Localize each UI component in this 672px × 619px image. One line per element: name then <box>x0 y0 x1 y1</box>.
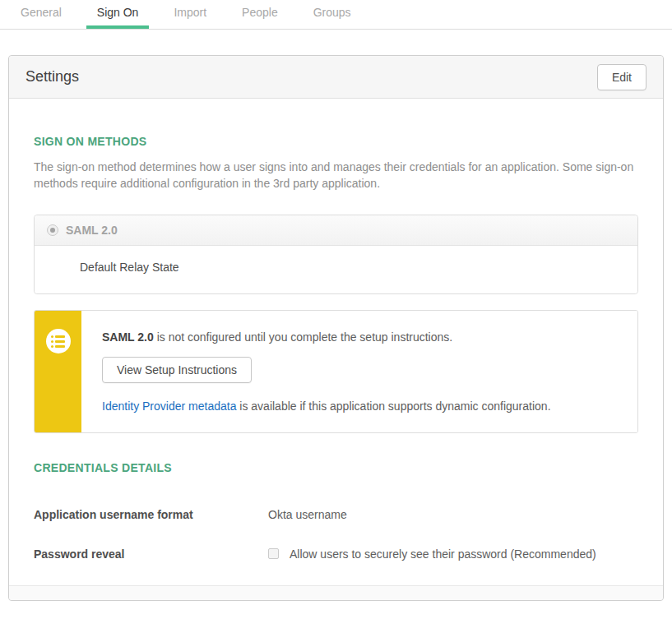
callout-message-bold: SAML 2.0 <box>102 330 154 344</box>
view-setup-instructions-button[interactable]: View Setup Instructions <box>102 357 252 383</box>
saml-method-header: SAML 2.0 <box>35 215 637 246</box>
application-username-format-row: Application username format Okta usernam… <box>34 508 638 521</box>
saml-method-box: SAML 2.0 Default Relay State <box>34 215 638 294</box>
sign-on-methods-description: The sign-on method determines how a user… <box>34 159 634 192</box>
password-reveal-checkbox-label: Allow users to securely see their passwo… <box>290 547 596 561</box>
tab-sign-on[interactable]: Sign On <box>86 0 150 29</box>
edit-button[interactable]: Edit <box>597 64 647 90</box>
saml-method-label: SAML 2.0 <box>66 224 118 237</box>
default-relay-state-label: Default Relay State <box>80 261 179 274</box>
list-instructions-icon <box>46 329 71 353</box>
password-reveal-checkbox[interactable] <box>268 548 279 559</box>
tab-groups[interactable]: Groups <box>303 0 362 29</box>
settings-panel-content: SIGN ON METHODS The sign-on method deter… <box>9 135 663 561</box>
application-username-format-label: Application username format <box>34 508 268 521</box>
settings-panel-footer <box>9 585 663 600</box>
callout-message: SAML 2.0 is not configured until you com… <box>102 330 617 344</box>
tab-general[interactable]: General <box>10 0 72 29</box>
password-reveal-row: Password reveal Allow users to securely … <box>34 547 638 561</box>
saml-method-body: Default Relay State <box>35 246 637 293</box>
identity-provider-metadata-link[interactable]: Identity Provider metadata <box>102 400 236 413</box>
application-username-format-value: Okta username <box>268 508 347 521</box>
saml-radio-button[interactable] <box>47 224 58 236</box>
password-reveal-option: Allow users to securely see their passwo… <box>268 547 596 561</box>
settings-panel: Settings Edit SIGN ON METHODS The sign-o… <box>8 55 664 601</box>
callout-message-text: is not configured until you complete the… <box>154 330 452 344</box>
tab-people[interactable]: People <box>231 0 289 29</box>
app-tab-bar: General Sign On Import People Groups <box>0 0 672 30</box>
callout-link-line: Identity Provider metadata is available … <box>102 400 617 413</box>
credentials-details-heading: CREDENTIALS DETAILS <box>34 461 638 474</box>
callout-yellow-stripe <box>35 311 81 432</box>
tab-import[interactable]: Import <box>163 0 217 29</box>
sign-on-methods-heading: SIGN ON METHODS <box>34 135 638 148</box>
setup-callout: SAML 2.0 is not configured until you com… <box>34 310 638 433</box>
callout-body: SAML 2.0 is not configured until you com… <box>81 311 637 432</box>
callout-link-text: is available if this application support… <box>236 400 550 413</box>
settings-panel-header: Settings Edit <box>9 56 663 99</box>
password-reveal-label: Password reveal <box>34 547 268 561</box>
page-title: Settings <box>25 68 79 85</box>
